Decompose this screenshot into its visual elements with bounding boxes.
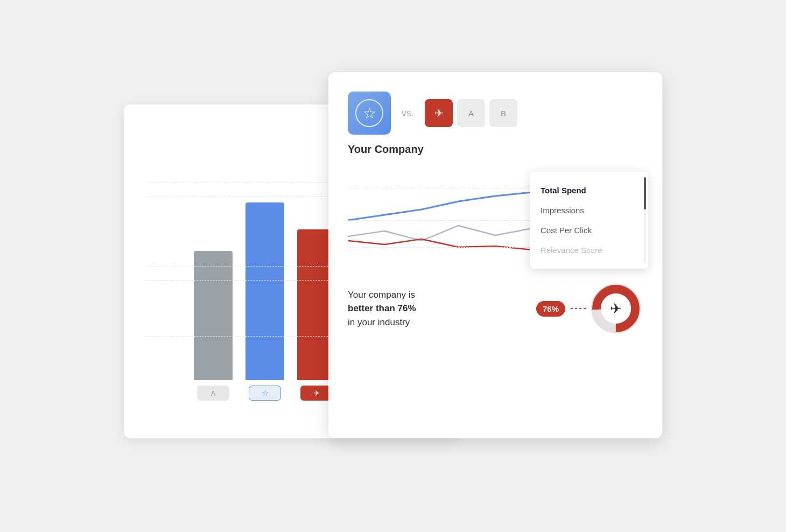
scene: A ☆ ✈ B (124, 72, 662, 460)
metric-cost-per-click[interactable]: Cost Per Click (530, 220, 648, 240)
metric-impressions[interactable]: Impressions (530, 200, 648, 220)
metric-dropdown[interactable]: Total Spend Impressions Cost Per Click R… (530, 172, 648, 269)
competitor-buttons: ✈ A B (425, 99, 517, 127)
line-chart-container: Total Spend Impressions Cost Per Click R… (348, 161, 643, 269)
company-name: Your Company (348, 143, 643, 156)
donut-area: 76% ✈ (536, 282, 643, 335)
competitor-btn-active[interactable]: ✈ (425, 99, 453, 127)
plane-icon-bar: ✈ (313, 389, 320, 397)
bar-your-company (245, 202, 284, 380)
scrollbar-thumb[interactable] (644, 177, 646, 209)
vs-text: vs. (402, 108, 414, 119)
bar-col-your-company: ☆ (245, 202, 284, 401)
label-b: B (501, 109, 506, 118)
better-text: Your company is better than 76% in your … (348, 288, 525, 330)
bar-a (194, 251, 233, 380)
dashed-line (571, 308, 587, 309)
bar-label-competitor: ✈ (300, 386, 333, 401)
competitor-btn-a[interactable]: A (457, 99, 485, 127)
better-prefix: Your company is (348, 290, 415, 300)
donut-connector: ✈ (571, 282, 643, 335)
plane-icon-active: ✈ (434, 107, 444, 120)
bar-col-a: A (194, 251, 233, 401)
bottom-section: Your company is better than 76% in your … (348, 282, 643, 335)
bar-label-a: A (197, 386, 229, 401)
front-header: ☆ vs. ✈ A B (348, 92, 643, 135)
line-chart-card: ☆ vs. ✈ A B Your Company (328, 72, 662, 438)
competitor-btn-b[interactable]: B (489, 99, 517, 127)
donut-wrapper: ✈ (589, 282, 643, 335)
better-highlight: better than 76% (348, 303, 416, 313)
star-icon: ☆ (262, 388, 269, 398)
your-company-icon: ☆ (348, 92, 391, 135)
star-icon-large: ☆ (363, 104, 376, 122)
metric-total-spend[interactable]: Total Spend (530, 180, 648, 200)
bar-label-your-company: ☆ (249, 386, 281, 401)
percent-badge: 76% (536, 301, 565, 317)
better-suffix: in your industry (348, 317, 410, 327)
label-a: A (468, 109, 474, 118)
plane-icon-donut: ✈ (610, 300, 622, 317)
scrollbar-track (644, 177, 646, 263)
metric-relevance-score[interactable]: Relevance Score (530, 240, 648, 260)
star-circle: ☆ (355, 99, 383, 127)
